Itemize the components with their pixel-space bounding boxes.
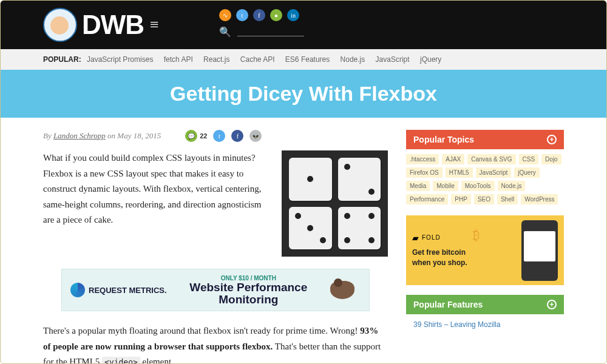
ad-request-metrics[interactable]: REQUEST METRICS. ONLY $10 / MONTH Websit… [61,269,370,311]
tag[interactable]: jQuery [514,167,539,178]
author-link[interactable]: Landon Schropp [53,131,106,140]
menu-icon[interactable]: ≡ [150,16,159,34]
post-date: May 18, 2015 [117,131,161,140]
popular-link[interactable]: jQuery [420,55,441,64]
expand-icon[interactable]: + [547,135,557,144]
twitter-share-icon[interactable]: t [213,130,225,142]
comment-count[interactable]: 22 [200,132,207,140]
twitter-icon[interactable]: t [236,9,248,21]
popular-link[interactable]: ES6 Features [285,55,330,64]
bitcoin-icon: ₿ [473,228,480,243]
title-bar: Getting Dicey With Flexbox [1,70,606,118]
tag[interactable]: .htaccess [406,154,439,164]
popular-link[interactable]: JavaScript Promises [87,55,153,64]
social-icons: ∿ t f ● in [219,9,299,21]
logo-icon[interactable] [43,8,77,42]
dice-image [282,150,388,257]
tag[interactable]: Canvas & SVG [467,154,515,164]
popular-bar: POPULAR: JavaScript Promises fetch API R… [1,49,606,70]
tag[interactable]: AJAX [442,154,464,164]
tag[interactable]: HTML5 [446,167,473,178]
ad-fold[interactable]: ▰FOLD Get free bitcoinwhen you shop. ₿ [406,215,564,285]
search-input[interactable] [237,28,304,36]
reddit-share-icon[interactable]: 👽 [249,130,262,142]
body-paragraph: There's a popular myth floating around t… [43,323,388,364]
tag[interactable]: SEO [474,194,494,204]
rss-icon[interactable]: ∿ [219,9,231,21]
article-main: By Landon Schropp on May 18, 2015 💬22 t … [43,130,388,364]
tag[interactable]: PHP [451,194,471,204]
facebook-icon[interactable]: f [253,9,265,21]
search-icon[interactable]: 🔍 [219,26,231,38]
comment-icon[interactable]: 💬 [185,130,197,142]
header: DWB ≡ ∿ t f ● in 🔍 [1,1,606,49]
tag-list: .htaccess AJAX Canvas & SVG CSS Dojo Fir… [406,149,564,209]
page-title: Getting Dicey With Flexbox [1,82,606,106]
logo-text[interactable]: DWB [82,10,144,40]
linkedin-icon[interactable]: in [287,9,299,21]
popular-link[interactable]: fetch API [164,55,193,64]
tag[interactable]: MooTools [461,181,495,191]
byline: By Landon Schropp on May 18, 2015 💬22 t … [43,130,388,142]
tag[interactable]: CSS [519,154,539,164]
tag[interactable]: Mobile [433,181,458,191]
popular-topics-header[interactable]: Popular Topics + [406,130,564,149]
sloth-icon [330,281,354,299]
tag[interactable]: Node.js [498,181,526,191]
fold-brand: ▰FOLD [412,233,467,243]
facebook-share-icon[interactable]: f [231,130,243,142]
popular-link[interactable]: Node.js [341,55,365,64]
expand-icon[interactable]: + [547,300,557,309]
tag[interactable]: WordPress [521,194,558,204]
feature-link[interactable]: 39 Shirts – Leaving Mozilla [413,320,500,329]
tag[interactable]: Media [406,181,430,191]
intro-paragraph: What if you could build complex CSS layo… [43,150,270,257]
popular-link[interactable]: JavaScript [376,55,410,64]
feature-list: 39 Shirts – Leaving Mozilla [406,314,564,335]
popular-link[interactable]: React.js [203,55,229,64]
tag[interactable]: JavaScript [476,167,512,178]
rm-logo-icon [70,283,85,297]
popular-features-header[interactable]: Popular Features + [406,295,564,314]
phone-icon [521,220,558,281]
tag[interactable]: Dojo [541,154,561,164]
tag[interactable]: Performance [406,194,448,204]
tag[interactable]: Shell [497,194,518,204]
spotify-icon[interactable]: ● [270,9,282,21]
sidebar: Popular Topics + .htaccess AJAX Canvas &… [406,130,564,364]
popular-label: POPULAR: [43,55,81,64]
popular-link[interactable]: Cache API [240,55,275,64]
search-bar[interactable]: 🔍 [219,26,304,38]
tag[interactable]: Firefox OS [406,167,443,178]
code-snippet: <video> [102,357,140,364]
